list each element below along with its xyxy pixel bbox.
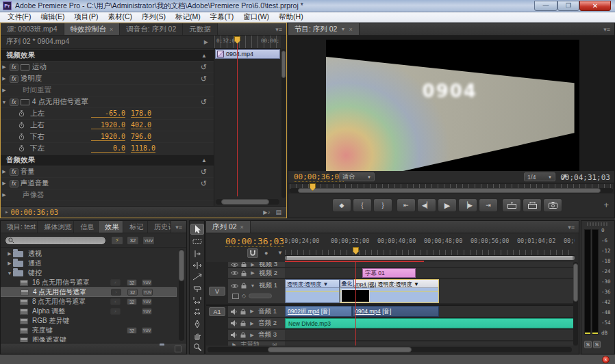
timeline-ruler[interactable]: 00;00;24;00 00;00;32;00 00;00;40;00 00;0… (285, 233, 575, 256)
notification-tray-icon[interactable]: × (602, 356, 610, 363)
minimize-button[interactable]: — (534, 1, 557, 11)
export-frame-button[interactable] (543, 198, 562, 212)
track-header-audio1[interactable]: ▶音频 1 (228, 306, 285, 317)
program-timecode[interactable]: 00;00;36;03 (294, 172, 344, 182)
mark-in-button[interactable]: { (353, 198, 372, 212)
track-header-audio2[interactable]: ▶音频 2 (228, 318, 285, 329)
step-forward-button[interactable]: ▕▶ (458, 198, 477, 212)
track-header-video1[interactable]: ▼视频 1 ◇ (228, 279, 285, 304)
pen-tool[interactable] (190, 318, 204, 329)
mini-timeline-clip[interactable]: 0904.mp4 (215, 49, 280, 59)
rolling-edit-tool[interactable] (190, 260, 204, 271)
search-input[interactable] (5, 236, 106, 245)
clip-0902-video[interactable]: 透明度:透明度 ▼ (285, 279, 340, 303)
track-header-master[interactable]: ▶主音轨⋈ (228, 341, 285, 346)
track-zoom-pill[interactable] (249, 294, 272, 298)
go-to-out-button[interactable]: ⇥ (479, 198, 498, 212)
selection-tool[interactable] (190, 224, 204, 235)
menu-file[interactable]: 文件(F) (3, 12, 36, 22)
tab-media-browser[interactable]: 媒体浏览 (38, 221, 74, 233)
lock-icon[interactable] (241, 262, 247, 268)
lock-icon[interactable] (240, 332, 246, 338)
close-icon[interactable]: × (240, 224, 244, 231)
menu-title[interactable]: 字幕(T) (205, 12, 238, 22)
reset-icon[interactable]: ↺ (201, 63, 207, 72)
value-x[interactable]: -65.0 (91, 109, 125, 118)
opacity-rubber-band[interactable] (286, 291, 339, 291)
track-content-audio3[interactable] (285, 330, 573, 341)
track-content-master[interactable] (285, 341, 573, 346)
track-header-video2[interactable]: ▶视频 2 (228, 268, 285, 278)
effect-controls-timecode[interactable]: 00:00:36;03 (11, 208, 59, 216)
effect-channel-volume[interactable]: ▶fx声道音量↺ (1, 178, 214, 190)
value-y[interactable]: 1118.0 (131, 144, 155, 153)
encore-chapter-marker-button[interactable]: ● (264, 250, 268, 257)
restore-button[interactable]: ❐ (557, 1, 579, 11)
timeline-vscrollbar[interactable] (573, 262, 578, 346)
work-area-bar[interactable] (285, 256, 575, 260)
reset-icon[interactable]: ↺ (201, 98, 207, 107)
tab-history[interactable]: 历史记 (148, 221, 171, 233)
speaker-icon[interactable] (231, 320, 238, 326)
reset-icon[interactable]: ↺ (201, 168, 207, 177)
transition-dissolve[interactable]: 叠化 (340, 279, 354, 287)
button-editor-plus[interactable]: + (603, 200, 609, 210)
mark-out-button[interactable]: } (373, 198, 392, 212)
menu-project[interactable]: 项目(P) (69, 12, 103, 22)
effect-volume[interactable]: ▶fx音量↺ (1, 166, 214, 178)
mini-timeline-vscrollbar[interactable] (281, 49, 286, 198)
timeline-hscrollbar[interactable] (208, 347, 572, 352)
slip-tool[interactable] (190, 295, 204, 306)
tab-info[interactable]: 信息 (74, 221, 99, 233)
razor-tool[interactable] (190, 283, 204, 294)
tab-audio-mixer[interactable]: 调音台: 序列 02 (120, 23, 183, 35)
meters-grip[interactable] (587, 222, 609, 226)
add-marker-button[interactable]: ◆ (332, 198, 351, 212)
eye-icon[interactable] (231, 262, 238, 268)
tree-effect-image-matte-key[interactable]: 图像遮罩键 (1, 335, 177, 342)
panel-menu-icon[interactable]: ▾≡ (271, 23, 286, 35)
solo-left-button[interactable]: S (584, 341, 592, 348)
tree-folder-channel[interactable]: ▶通道 (1, 259, 177, 268)
menu-window[interactable]: 窗口(W) (238, 12, 274, 22)
reset-icon[interactable]: ↺ (201, 75, 207, 83)
filter-accelerated-button[interactable]: ⚡ (111, 236, 123, 245)
tab-metadata[interactable]: 元数据 (183, 23, 218, 35)
set-display-style-icon[interactable] (232, 294, 239, 299)
tree-folder-keying[interactable]: ▼键控 (1, 268, 177, 278)
stopwatch-icon[interactable] (18, 145, 25, 152)
play-button[interactable]: ▶ (438, 198, 457, 212)
track-content-video2[interactable]: 字幕 01 (285, 268, 573, 278)
lock-icon[interactable] (241, 270, 247, 276)
filter-32bit-button[interactable]: 32 (127, 236, 139, 245)
close-button[interactable]: ✕ (579, 1, 611, 11)
effect-motion[interactable]: ▶fx运动↺ (1, 62, 214, 73)
effect-opacity[interactable]: ▶fx透明度↺ (1, 73, 214, 85)
lock-icon[interactable] (241, 283, 247, 289)
speaker-icon[interactable] (231, 332, 238, 338)
mini-timeline-hscrollbar[interactable] (216, 199, 279, 205)
clip-0902-audio[interactable]: 0902班.mp4 [音] (285, 306, 352, 317)
lock-icon[interactable] (240, 309, 246, 315)
close-icon[interactable]: × (110, 26, 113, 33)
lift-button[interactable] (502, 198, 521, 212)
ripple-edit-tool[interactable] (190, 248, 204, 259)
rate-stretch-tool[interactable] (190, 272, 204, 283)
mini-playhead-line[interactable] (237, 41, 238, 196)
effect-time-remap[interactable]: ▶时间重置 (1, 85, 214, 96)
stopwatch-icon[interactable] (18, 122, 25, 129)
track-select-tool[interactable] (190, 236, 204, 247)
track-content-video1[interactable]: 透明度:透明度 ▼ 0904.mp4 [视] 透明度:透明度 ▼ 叠化 (285, 279, 573, 304)
program-hscrollbar[interactable] (290, 188, 613, 193)
value-x[interactable]: 1920.0 (91, 133, 125, 141)
menu-clip[interactable]: 素材(C) (103, 12, 137, 22)
speaker-icon[interactable] (231, 309, 238, 315)
value-x[interactable]: 1920.0 (91, 121, 125, 129)
chevron-down-icon[interactable]: ▼ (340, 27, 345, 31)
panel-menu-icon[interactable]: ▾≡ (599, 23, 614, 35)
tab-source-monitor[interactable]: 源: 0903班.mp4 (1, 23, 64, 35)
delete-icon[interactable] (175, 346, 181, 352)
menu-sequence[interactable]: 序列(S) (137, 12, 171, 22)
section-video-effects[interactable]: 视频效果▲ (1, 50, 214, 62)
eye-icon[interactable] (231, 283, 238, 289)
